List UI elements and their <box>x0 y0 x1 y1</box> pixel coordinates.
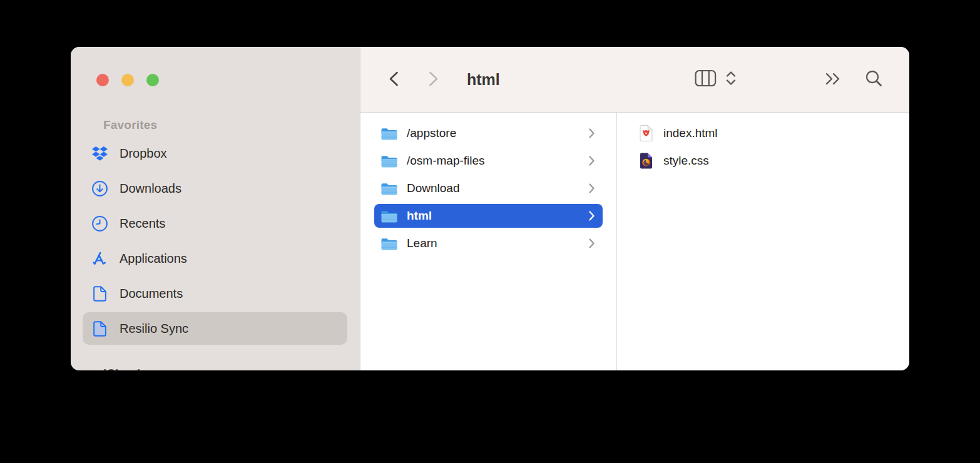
sidebar-item-label: Dropbox <box>120 146 167 161</box>
column-browser: /appstore /osm-map-files <box>360 113 909 370</box>
sidebar-item[interactable]: Applications <box>83 242 347 275</box>
back-button[interactable] <box>388 71 399 89</box>
sidebar: Favorites Dropbox Downloads Recents <box>71 47 360 370</box>
folder-icon <box>380 209 398 223</box>
file-row[interactable]: style.css <box>631 149 896 173</box>
file-row[interactable]: /appstore <box>374 121 603 145</box>
view-switcher[interactable] <box>695 69 737 89</box>
search-icon <box>864 69 883 90</box>
toolbar: html <box>360 47 909 113</box>
sidebar-item[interactable]: Resilio Sync <box>83 312 347 345</box>
file-label: index.html <box>663 126 718 140</box>
window-controls <box>71 47 360 86</box>
folder-icon <box>380 237 398 251</box>
resilio-sync-icon <box>91 320 108 337</box>
recents-icon <box>91 215 108 232</box>
view-options-chevrons-icon <box>725 71 737 88</box>
chevron-right-icon <box>588 155 595 166</box>
file-label: /appstore <box>407 126 456 140</box>
sidebar-item[interactable]: Documents <box>83 277 347 310</box>
file-row[interactable]: /osm-map-files <box>374 149 603 173</box>
applications-icon <box>91 250 108 267</box>
column-view-icon <box>695 69 717 89</box>
sidebar-section-favorites: Favorites <box>103 118 360 132</box>
chevron-right-icon <box>588 238 595 249</box>
more-toolbar-items-icon <box>824 71 842 88</box>
minimize-button[interactable] <box>121 74 134 86</box>
file-label: Download <box>407 181 460 195</box>
more-toolbar-items-button[interactable] <box>824 71 842 88</box>
brave-html-file-icon <box>637 125 655 142</box>
sidebar-section-icloud-clipped: iCloud <box>103 367 140 370</box>
main-area: html <box>360 47 909 370</box>
downloads-icon <box>91 180 108 197</box>
zoom-button[interactable] <box>146 74 159 86</box>
file-row[interactable]: Learn <box>374 232 603 255</box>
file-row[interactable]: index.html <box>631 121 896 145</box>
close-button[interactable] <box>96 74 109 86</box>
documents-icon <box>91 285 108 302</box>
search-button[interactable] <box>864 69 883 90</box>
file-label: Learn <box>407 237 437 250</box>
sidebar-item-label: Applications <box>120 252 187 266</box>
folder-icon <box>380 126 398 141</box>
browser-column-1: /appstore /osm-map-files <box>360 113 617 370</box>
back-icon <box>388 71 399 89</box>
finder-window: Favorites Dropbox Downloads Recents <box>71 47 909 370</box>
dropbox-icon <box>91 146 108 161</box>
browser-column-2: index.html style.css <box>617 113 909 370</box>
toolbar-title: html <box>467 71 500 89</box>
sidebar-item-label: Documents <box>120 287 183 301</box>
chevron-right-icon <box>588 128 595 139</box>
sidebar-favorites-list: Dropbox Downloads Recents Applications <box>71 137 360 345</box>
folder-icon <box>380 154 398 168</box>
chevron-right-icon <box>588 183 595 194</box>
file-label: /osm-map-files <box>407 154 485 168</box>
file-row[interactable]: Download <box>374 176 603 200</box>
chevron-right-icon <box>588 210 595 221</box>
file-label: html <box>407 209 432 223</box>
sidebar-item-label: Downloads <box>120 181 181 196</box>
file-row[interactable]: html <box>374 204 603 228</box>
sidebar-item[interactable]: Downloads <box>83 172 347 205</box>
firefox-css-file-icon <box>637 152 655 170</box>
file-label: style.css <box>663 154 709 168</box>
sidebar-item-label: Resilio Sync <box>120 322 188 336</box>
desktop: { "window": { "app": "Finder", "title": … <box>0 0 980 463</box>
sidebar-item[interactable]: Recents <box>83 207 347 240</box>
forward-icon <box>428 71 439 89</box>
folder-icon <box>380 181 398 196</box>
sidebar-item-label: Recents <box>120 216 165 231</box>
forward-button[interactable] <box>428 71 439 89</box>
sidebar-item[interactable]: Dropbox <box>83 137 347 170</box>
